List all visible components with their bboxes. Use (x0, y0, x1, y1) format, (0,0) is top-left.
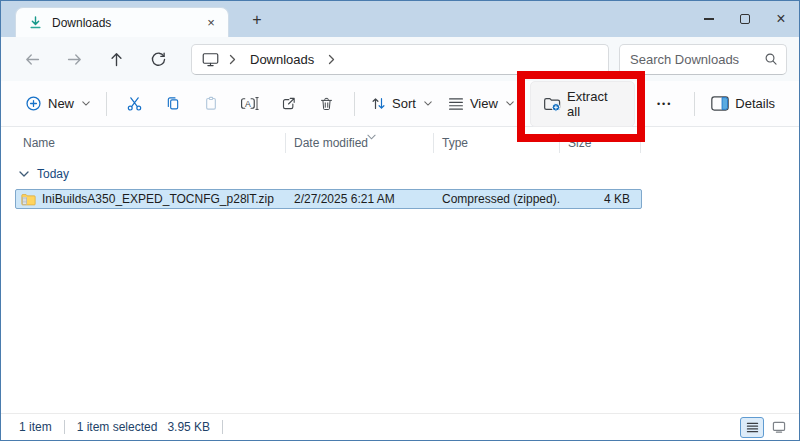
refresh-button[interactable] (141, 43, 175, 75)
tab-strip: Downloads × + × (1, 1, 799, 37)
list-view-icon (746, 422, 759, 433)
monitor-icon (202, 52, 219, 67)
chevron-down-icon (506, 101, 514, 106)
maximize-button[interactable] (727, 1, 763, 37)
search-icon[interactable] (764, 52, 778, 66)
sort-icon (371, 96, 386, 111)
column-header-size[interactable]: Size (559, 133, 641, 153)
group-label: Today (37, 167, 69, 181)
toolbar-separator (106, 92, 107, 116)
file-row-selected[interactable]: IniBuildsA350_EXPED_TOCNFG_p28lT.zip 2/2… (15, 189, 642, 209)
column-header-name[interactable]: Name (15, 133, 285, 153)
navigation-bar: Downloads (1, 37, 799, 81)
paste-icon (203, 95, 219, 112)
delete-icon (319, 96, 334, 112)
chevron-down-icon (424, 101, 432, 106)
thumbnail-view-toggle[interactable] (767, 417, 791, 438)
item-count: 1 item (19, 420, 52, 434)
file-date-modified: 2/27/2025 6:21 AM (286, 192, 434, 206)
file-name-cell: IniBuildsA350_EXPED_TOCNFG_p28lT.zip (16, 192, 286, 206)
download-icon (28, 15, 43, 30)
back-button[interactable] (15, 43, 49, 75)
group-header-today[interactable]: Today (19, 164, 799, 184)
toolbar-separator (694, 92, 695, 116)
paste-button[interactable] (192, 88, 231, 120)
new-tab-button[interactable]: + (243, 7, 271, 33)
sort-ascending-caret-icon (367, 128, 376, 144)
chevron-down-icon (82, 101, 90, 106)
rename-icon: A (240, 95, 259, 112)
more-options-button[interactable]: ••• (647, 93, 682, 115)
statusbar-separator (222, 420, 223, 434)
selected-size: 3.95 KB (167, 420, 210, 434)
tab-downloads[interactable]: Downloads × (15, 7, 229, 37)
breadcrumb-downloads[interactable]: Downloads (246, 50, 318, 69)
tab-title: Downloads (52, 16, 200, 30)
share-icon (280, 96, 297, 112)
selected-count: 1 item selected (77, 420, 158, 434)
minimize-button[interactable] (691, 1, 727, 37)
view-icon (448, 97, 464, 111)
file-name: IniBuildsA350_EXPED_TOCNFG_p28lT.zip (42, 192, 274, 206)
rename-button[interactable]: A (231, 88, 270, 120)
status-bar: 1 item 1 item selected 3.95 KB (1, 413, 799, 440)
up-icon (108, 51, 125, 68)
column-header-date-modified[interactable]: Date modified (285, 133, 433, 153)
cut-icon (126, 95, 143, 112)
more-icon: ••• (657, 99, 672, 109)
search-box[interactable] (619, 44, 787, 75)
sort-button[interactable]: Sort (363, 90, 440, 117)
svg-text:A: A (245, 99, 251, 109)
chevron-down-icon[interactable] (19, 171, 29, 177)
new-plus-circle-icon (25, 95, 42, 112)
new-button-label: New (48, 96, 74, 111)
search-input[interactable] (630, 52, 764, 67)
extract-all-button[interactable]: Extract all (530, 81, 635, 127)
address-bar[interactable]: Downloads (191, 44, 609, 75)
file-size: 4 KB (560, 192, 642, 206)
forward-button[interactable] (57, 43, 91, 75)
chevron-right-icon (229, 54, 236, 65)
up-button[interactable] (99, 43, 133, 75)
copy-icon (165, 95, 181, 112)
share-button[interactable] (269, 88, 308, 120)
toolbar-separator (354, 92, 355, 116)
window-caption-buttons: × (691, 1, 799, 37)
extract-all-label: Extract all (567, 89, 622, 119)
view-toggles (740, 417, 791, 438)
file-explorer-window: Downloads × + × (0, 0, 800, 441)
details-button-label: Details (735, 96, 775, 111)
details-view-toggle[interactable] (740, 417, 764, 438)
thumbnail-view-icon (772, 421, 786, 433)
column-headers: Name Date modified Type Size (15, 130, 799, 156)
zip-file-icon (21, 193, 36, 206)
view-button[interactable]: View (440, 90, 522, 117)
close-button[interactable]: × (763, 1, 799, 37)
cut-button[interactable] (115, 88, 154, 120)
copy-button[interactable] (154, 88, 193, 120)
sort-button-label: Sort (392, 96, 416, 111)
tab-close-icon[interactable]: × (200, 12, 222, 34)
file-type: Compressed (zipped)... (434, 192, 560, 206)
new-button[interactable]: New (17, 89, 98, 118)
chevron-right-icon[interactable] (328, 54, 335, 65)
column-header-type[interactable]: Type (433, 133, 559, 153)
details-panel-icon (711, 96, 729, 111)
extract-folder-icon (543, 95, 561, 112)
details-button[interactable]: Details (703, 90, 783, 117)
forward-icon (66, 51, 83, 68)
command-toolbar: New A (1, 81, 799, 127)
minimize-icon (704, 18, 714, 20)
delete-button[interactable] (308, 88, 347, 120)
back-icon (24, 51, 41, 68)
view-button-label: View (470, 96, 498, 111)
maximize-icon (740, 14, 750, 24)
file-list-area: Name Date modified Type Size Today In (1, 128, 799, 413)
statusbar-separator (64, 420, 65, 434)
refresh-icon (150, 51, 167, 68)
